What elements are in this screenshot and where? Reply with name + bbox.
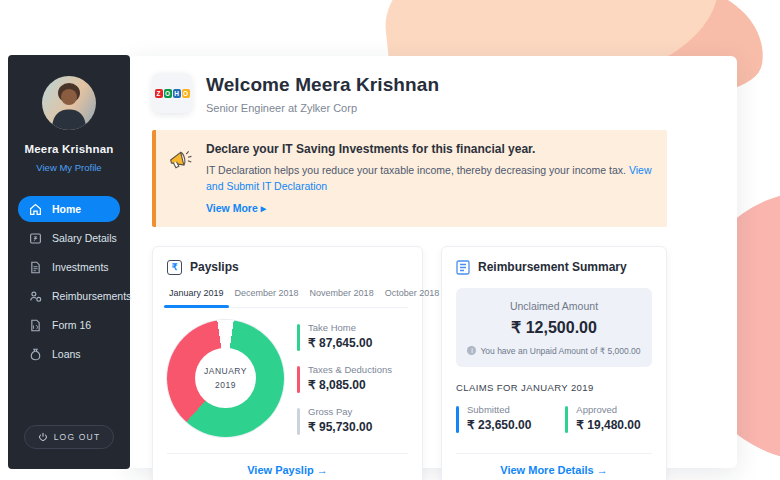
payslips-donut-chart: JANUARY 2019 (167, 320, 284, 437)
legend-gross-pay: Gross Pay ₹ 95,730.00 (297, 406, 392, 435)
sidebar-user-name: Meera Krishnan (8, 143, 130, 155)
view-more-link[interactable]: View More ▸ (206, 202, 266, 214)
payslips-card: ₹ Payslips January 2019 December 2018 No… (152, 246, 423, 480)
claims-submitted: Submitted ₹ 23,650.00 (456, 404, 531, 433)
sidebar-item-home[interactable]: Home (18, 196, 120, 222)
company-logo: Z O H O (152, 73, 192, 113)
taxes-bar (297, 366, 300, 393)
salary-details-icon (29, 232, 42, 245)
claims-title: CLAIMS FOR JANUARY 2019 (456, 382, 652, 393)
view-my-profile-link[interactable]: View My Profile (8, 162, 130, 173)
loans-icon (29, 348, 42, 361)
avatar[interactable] (42, 76, 96, 130)
take-home-bar (297, 324, 300, 351)
power-icon (38, 432, 48, 442)
page-title: Welcome Meera Krishnan (206, 74, 439, 96)
avatar-silhouette (42, 76, 96, 130)
page-subtitle: Senior Engineer at Zylker Corp (206, 102, 439, 114)
unpaid-note: You have an Unpaid Amount of ₹ 5,000.00 (480, 346, 640, 356)
tab-december-2018[interactable]: December 2018 (233, 288, 301, 307)
logout-button[interactable]: LOG OUT (24, 425, 115, 449)
megaphone-icon (167, 146, 195, 174)
banner-text: IT Declaration helps you reduce your tax… (206, 164, 626, 176)
banner-title: Declare your IT Saving Investments for t… (206, 142, 653, 156)
payslips-card-title: Payslips (190, 260, 239, 274)
sidebar-menu: Home Salary Details Investments Reimburs… (8, 196, 130, 367)
welcome-header: Z O H O Welcome Meera Krishnan Senior En… (152, 72, 667, 114)
payslip-rupee-icon: ₹ (167, 260, 182, 275)
sidebar: Meera Krishnan View My Profile Home Sala… (8, 55, 130, 469)
investments-icon (29, 261, 42, 274)
sidebar-item-form-16[interactable]: Form 16 (8, 312, 130, 338)
tab-january-2019[interactable]: January 2019 (167, 288, 226, 307)
legend-taxes-deductions: Taxes & Deductions ₹ 8,085.00 (297, 364, 392, 393)
payslip-month-tabs: January 2019 December 2018 November 2018… (167, 288, 408, 308)
unclaimed-label: Unclaimed Amount (462, 300, 646, 312)
banner-body: IT Declaration helps you reduce your tax… (206, 163, 653, 195)
tab-october-2018[interactable]: October 2018 (383, 288, 442, 307)
tab-november-2018[interactable]: November 2018 (308, 288, 376, 307)
unclaimed-amount: ₹ 12,500.00 (462, 318, 646, 337)
sidebar-item-investments[interactable]: Investments (8, 254, 130, 280)
home-icon (29, 203, 42, 216)
main-panel: Z O H O Welcome Meera Krishnan Senior En… (130, 56, 737, 468)
logo-letter-o1: O (164, 89, 172, 98)
logo-letter-o2: O (182, 89, 190, 98)
reimbursement-card: Reimbursement Summary Unclaimed Amount ₹… (441, 246, 667, 480)
logo-letter-z: Z (155, 89, 163, 98)
unclaimed-amount-box: Unclaimed Amount ₹ 12,500.00 i You have … (456, 288, 652, 367)
info-icon: i (467, 346, 476, 355)
sidebar-item-salary-details[interactable]: Salary Details (8, 225, 130, 251)
it-declaration-banner: Declare your IT Saving Investments for t… (152, 130, 667, 227)
reimbursement-doc-icon (456, 260, 470, 275)
legend-take-home: Take Home ₹ 87,645.00 (297, 322, 392, 351)
view-payslip-link[interactable]: View Payslip → (167, 453, 408, 480)
submitted-bar (456, 406, 459, 433)
reimbursement-card-title: Reimbursement Summary (478, 260, 627, 274)
form-16-icon (29, 319, 42, 332)
gross-pay-bar (297, 408, 300, 435)
view-more-details-link[interactable]: View More Details → (456, 453, 652, 480)
sidebar-item-reimbursements[interactable]: Reimbursements (8, 283, 130, 309)
donut-center-label: JANUARY 2019 (195, 348, 256, 409)
claims-approved: Approved ₹ 19,480.00 (565, 404, 640, 433)
logo-letter-h: H (173, 89, 181, 98)
approved-bar (565, 406, 568, 433)
reimbursements-icon (29, 290, 42, 303)
sidebar-item-loans[interactable]: Loans (8, 341, 130, 367)
